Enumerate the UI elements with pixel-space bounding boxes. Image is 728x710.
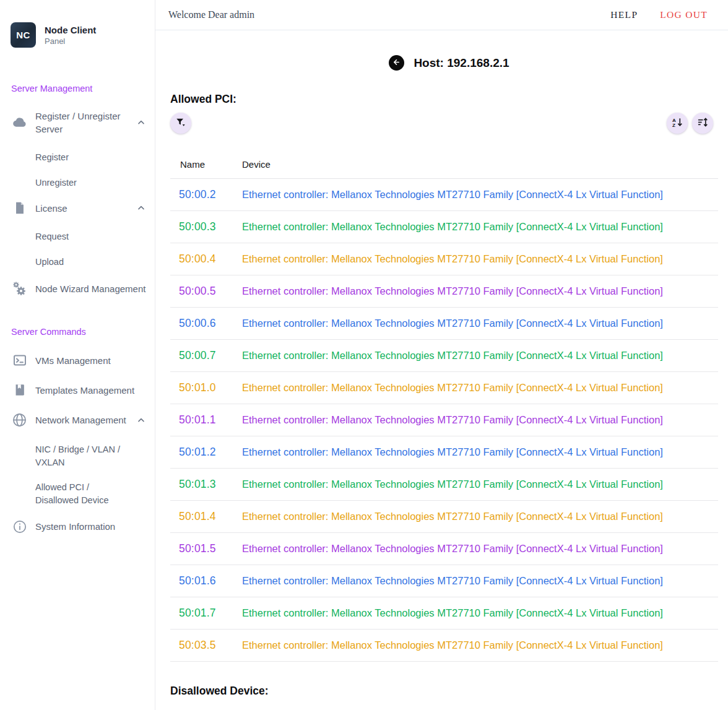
brand-logo: NC [11,22,36,48]
welcome-text: Welcome Dear admin [168,9,254,20]
pci-name-cell: 50:01.0 [170,381,242,394]
svg-text:Z: Z [672,123,675,128]
chevron-up-icon[interactable] [136,203,146,213]
table-row[interactable]: 50:01.7Ethernet controller: Mellanox Tec… [170,597,718,630]
table-row[interactable]: 50:00.2Ethernet controller: Mellanox Tec… [170,179,718,211]
pci-device-cell: Ethernet controller: Mellanox Technologi… [242,543,718,555]
topbar: Welcome Dear admin HELP LOG OUT [155,0,728,30]
pci-device-cell: Ethernet controller: Mellanox Technologi… [242,478,718,490]
pci-name-cell: 50:03.5 [170,639,242,652]
allowed-pci-table: Name Device 50:00.2Ethernet controller: … [170,150,728,662]
sidebar-item-label: License [35,202,132,215]
table-row[interactable]: 50:01.6Ethernet controller: Mellanox Tec… [170,565,718,597]
arrow-left-icon [392,58,401,69]
sort-amount-icon [697,116,709,130]
table-row[interactable]: 50:00.6Ethernet controller: Mellanox Tec… [170,308,718,340]
sidebar-item-label: System Information [35,520,146,533]
pci-name-cell: 50:00.3 [170,220,242,233]
sort-alphabetical-button[interactable]: A Z [667,113,688,134]
host-header: Host: 192.168.2.1 [170,55,728,71]
table-row[interactable]: 50:00.4Ethernet controller: Mellanox Tec… [170,243,718,275]
logout-link[interactable]: LOG OUT [660,9,708,20]
pci-device-cell: Ethernet controller: Mellanox Technologi… [242,253,718,265]
pci-device-cell: Ethernet controller: Mellanox Technologi… [242,189,718,201]
pci-device-cell: Ethernet controller: Mellanox Technologi… [242,221,718,233]
sidebar-item-network-management[interactable]: Network Management [0,412,155,428]
pci-name-cell: 50:00.4 [170,253,242,266]
sort-alpha-icon: A Z [672,116,683,130]
table-row[interactable]: 50:01.1Ethernet controller: Mellanox Tec… [170,404,718,436]
sidebar-item-vms-management[interactable]: VMs Management [0,353,155,368]
column-header-name: Name [170,159,242,170]
sidebar-item-license[interactable]: License [0,201,155,215]
sidebar-item-label: Templates Management [35,384,146,397]
pci-device-cell: Ethernet controller: Mellanox Technologi… [242,575,718,587]
brand-title: Node Client [45,25,96,35]
back-button[interactable] [389,55,404,71]
chevron-up-icon[interactable] [136,118,146,128]
table-row[interactable]: 50:01.2Ethernet controller: Mellanox Tec… [170,436,718,469]
sidebar-subitem-register[interactable]: Register [0,151,155,164]
pci-name-cell: 50:01.2 [170,446,242,459]
table-row[interactable]: 50:01.0Ethernet controller: Mellanox Tec… [170,372,718,404]
pci-device-cell: Ethernet controller: Mellanox Technologi… [242,318,718,329]
table-row[interactable]: 50:00.3Ethernet controller: Mellanox Tec… [170,211,718,243]
filter-icon [175,117,186,130]
sidebar-subitem-nic-bridge-vlan-vxlan[interactable]: NIC / Bridge / VLAN / VXLAN [0,443,155,469]
app-window: NC Node Client Panel Server ManagementRe… [0,0,728,710]
sort-buttons: A Z [667,113,713,134]
cloud-icon [11,115,28,131]
pci-name-cell: 50:01.1 [170,413,242,426]
sort-amount-button[interactable] [692,113,713,134]
column-header-device: Device [242,159,718,170]
sidebar-subitem-allowed-pci-disallowed-device[interactable]: Allowed PCI / Disallowed Device [0,481,155,506]
pci-name-cell: 50:00.7 [170,349,242,362]
sidebar-item-templates-management[interactable]: Templates Management [0,383,155,397]
table-row[interactable]: 50:00.5Ethernet controller: Mellanox Tec… [170,275,718,308]
sidebar-subitem-unregister[interactable]: Unregister [0,176,155,189]
host-title: Host: 192.168.2.1 [414,56,509,70]
sidebar-subitem-upload[interactable]: Upload [0,256,155,269]
sidebar-item-node-wizard-management[interactable]: Node Wizard Management [0,280,155,297]
sidebar-nav: Server ManagementRegister / Unregister S… [0,84,155,534]
sidebar-item-register-unregister-server[interactable]: Register / Unregister Server [0,110,155,136]
sidebar-item-system-information[interactable]: System Information [0,519,155,534]
section-header-server-management: Server Management [11,84,144,93]
templates-icon [11,383,28,397]
table-row[interactable]: 50:01.4Ethernet controller: Mellanox Tec… [170,501,718,533]
pci-name-cell: 50:01.6 [170,574,242,587]
sidebar-subitem-request[interactable]: Request [0,230,155,243]
disallowed-device-heading: Disallowed Device: [170,685,728,698]
info-icon [11,519,28,534]
filter-button[interactable] [170,113,191,134]
sidebar-item-label: VMs Management [35,354,146,367]
allowed-pci-heading: Allowed PCI: [170,93,728,106]
table-body: 50:00.2Ethernet controller: Mellanox Tec… [170,179,718,662]
brand-subtitle: Panel [45,37,96,46]
pci-name-cell: 50:01.3 [170,478,242,491]
table-row[interactable]: 50:01.5Ethernet controller: Mellanox Tec… [170,533,718,565]
table-row[interactable]: 50:00.7Ethernet controller: Mellanox Tec… [170,340,718,372]
chevron-up-icon[interactable] [136,415,146,425]
table-row[interactable]: 50:03.5Ethernet controller: Mellanox Tec… [170,630,718,662]
pci-device-cell: Ethernet controller: Mellanox Technologi… [242,446,718,458]
pci-device-cell: Ethernet controller: Mellanox Technologi… [242,382,718,394]
pci-name-cell: 50:01.7 [170,607,242,620]
pci-name-cell: 50:00.5 [170,285,242,298]
terminal-icon [11,353,28,368]
pci-name-cell: 50:00.2 [170,188,242,201]
brand-text: Node Client Panel [45,25,96,46]
pci-name-cell: 50:01.4 [170,510,242,523]
globe-icon [11,412,28,428]
pci-device-cell: Ethernet controller: Mellanox Technologi… [242,511,718,522]
section-header-server-commands: Server Commands [11,327,144,337]
main-area: Welcome Dear admin HELP LOG OUT Host: 19… [155,0,728,710]
pci-device-cell: Ethernet controller: Mellanox Technologi… [242,414,718,426]
page-content: Host: 192.168.2.1 Allowed PCI: A Z [155,30,728,698]
sidebar-item-label: Node Wizard Management [35,282,146,295]
pci-name-cell: 50:01.5 [170,542,242,555]
gears-icon [11,280,28,297]
sidebar: NC Node Client Panel Server ManagementRe… [0,0,155,710]
table-row[interactable]: 50:01.3Ethernet controller: Mellanox Tec… [170,469,718,501]
help-link[interactable]: HELP [610,9,638,20]
